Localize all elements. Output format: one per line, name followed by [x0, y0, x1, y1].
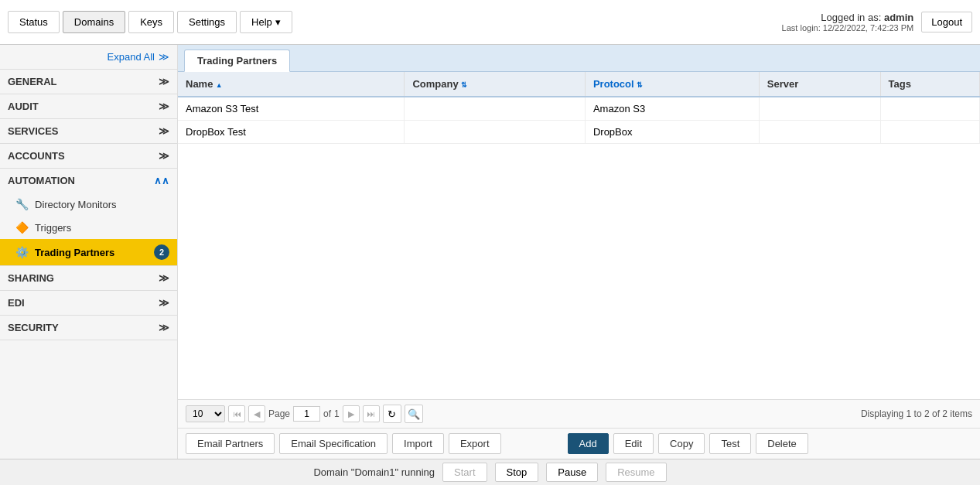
sort-both-icon-company: ⇅	[461, 81, 467, 89]
user-info: Logged in as: admin Last login: 12/22/20…	[782, 12, 972, 32]
sort-asc-icon: ▲	[216, 81, 223, 89]
status-bar: Domain "Domain1" running Start Stop Paus…	[0, 459, 980, 485]
email-specification-button[interactable]: Email Specification	[279, 433, 388, 454]
trading-partners-table: Name ▲ Company ⇅ Protocol ⇅ Server	[178, 72, 980, 144]
cell-protocol-2: DropBox	[585, 121, 759, 144]
last-page-button[interactable]: ⏭	[363, 405, 380, 422]
sidebar-section-automation: AUTOMATION ∧∧ 🔧 Directory Monitors 🔶 Tri…	[0, 169, 177, 266]
admin-info: Logged in as: admin Last login: 12/22/20…	[782, 12, 914, 32]
admin-name: admin	[884, 12, 913, 23]
col-server: Server	[759, 72, 880, 97]
add-button[interactable]: Add	[568, 433, 609, 454]
copy-button[interactable]: Copy	[658, 433, 705, 454]
sidebar-section-accounts: ACCOUNTS ≫	[0, 144, 177, 169]
chevron-icon-accounts: ≫	[159, 150, 169, 162]
resume-button[interactable]: Resume	[606, 463, 666, 482]
sidebar-section-edi: EDI ≫	[0, 291, 177, 316]
cell-tags-2	[880, 121, 980, 144]
sidebar-item-directory-monitors[interactable]: 🔧 Directory Monitors	[0, 193, 177, 216]
edit-button[interactable]: Edit	[613, 433, 654, 454]
page-label: Page	[268, 408, 290, 419]
sidebar-header-accounts[interactable]: ACCOUNTS ≫	[0, 144, 177, 168]
table-area: Name ▲ Company ⇅ Protocol ⇅ Server	[178, 72, 980, 399]
triggers-icon: 🔶	[15, 221, 29, 234]
sort-both-icon-protocol: ⇅	[637, 81, 643, 89]
table-row[interactable]: Amazon S3 Test Amazon S3	[178, 97, 980, 121]
nav-keys[interactable]: Keys	[128, 11, 174, 33]
import-button[interactable]: Import	[392, 433, 444, 454]
tab-bar: Trading Partners	[178, 45, 980, 72]
first-page-button[interactable]: ⏮	[228, 405, 245, 422]
zoom-button[interactable]: 🔍	[405, 405, 423, 423]
col-company[interactable]: Company ⇅	[405, 72, 585, 97]
sidebar-header-sharing[interactable]: SHARING ≫	[0, 266, 177, 290]
cell-server-1	[759, 97, 880, 121]
cell-protocol-1: Amazon S3	[585, 97, 759, 121]
pause-button[interactable]: Pause	[546, 463, 598, 482]
prev-page-button[interactable]: ◀	[248, 405, 265, 422]
stop-button[interactable]: Stop	[495, 463, 539, 482]
chevron-icon-automation: ∧∧	[154, 175, 169, 186]
sidebar-section-audit: AUDIT ≫	[0, 94, 177, 119]
table-header: Name ▲ Company ⇅ Protocol ⇅ Server	[178, 72, 980, 97]
expand-all-row[interactable]: Expand All ≫	[0, 45, 177, 70]
per-page-select[interactable]: 10 25 50 100	[186, 405, 225, 422]
directory-monitors-icon: 🔧	[15, 198, 29, 210]
chevron-icon-audit: ≫	[159, 101, 169, 112]
logout-button[interactable]: Logout	[921, 12, 972, 32]
sidebar-header-edi[interactable]: EDI ≫	[0, 291, 177, 315]
last-login: Last login: 12/22/2022, 7:42:23 PM	[782, 23, 914, 32]
pagination-row: 10 25 50 100 ⏮ ◀ Page of 1 ▶ ⏭ ↻ 🔍 Displ…	[178, 399, 980, 428]
tab-trading-partners[interactable]: Trading Partners	[184, 50, 290, 72]
cell-name-2: DropBox Test	[178, 121, 405, 144]
sidebar-header-general[interactable]: GENERAL ≫	[0, 70, 177, 94]
domain-status-text: Domain "Domain1" running	[313, 466, 435, 478]
top-nav: Status Domains Keys Settings Help ▾ Logg…	[0, 0, 980, 45]
cell-company-1	[405, 97, 585, 121]
nav-help[interactable]: Help ▾	[240, 11, 292, 33]
cell-company-2	[405, 121, 585, 144]
sidebar-header-automation[interactable]: AUTOMATION ∧∧	[0, 169, 177, 193]
refresh-button[interactable]: ↻	[383, 405, 401, 423]
action-row: Email Partners Email Specification Impor…	[178, 428, 980, 459]
trading-partners-icon: ⚙️	[15, 246, 29, 258]
sidebar-header-audit[interactable]: AUDIT ≫	[0, 94, 177, 118]
help-chevron-icon: ▾	[275, 16, 281, 28]
email-partners-button[interactable]: Email Partners	[186, 433, 275, 454]
expand-all-label: Expand All	[108, 51, 155, 63]
table-body: Amazon S3 Test Amazon S3 DropBox Test Dr…	[178, 97, 980, 144]
displaying-text: Displaying 1 to 2 of 2 items	[861, 408, 972, 419]
nav-domains[interactable]: Domains	[63, 11, 125, 33]
col-name[interactable]: Name ▲	[178, 72, 405, 97]
chevron-icon-edi: ≫	[159, 297, 169, 309]
cell-tags-1	[880, 97, 980, 121]
nav-status[interactable]: Status	[8, 11, 60, 33]
sidebar-item-trading-partners[interactable]: ⚙️ Trading Partners 2	[0, 239, 177, 265]
content-area: Trading Partners Name ▲ Company ⇅	[178, 45, 980, 459]
delete-button[interactable]: Delete	[756, 433, 808, 454]
start-button[interactable]: Start	[442, 463, 487, 482]
main-container: Expand All ≫ GENERAL ≫ AUDIT ≫ SERVICES …	[0, 45, 980, 459]
sidebar-header-security[interactable]: SECURITY ≫	[0, 316, 177, 340]
current-page-input[interactable]	[293, 406, 320, 422]
expand-all-icon: ≫	[159, 51, 169, 63]
sidebar-header-services[interactable]: SERVICES ≫	[0, 119, 177, 143]
table-row[interactable]: DropBox Test DropBox	[178, 121, 980, 144]
col-protocol[interactable]: Protocol ⇅	[585, 72, 759, 97]
of-label: of	[323, 408, 331, 419]
sidebar-item-triggers[interactable]: 🔶 Triggers	[0, 216, 177, 239]
sidebar-section-security: SECURITY ≫	[0, 316, 177, 340]
chevron-icon-sharing: ≫	[159, 272, 169, 284]
sidebar-section-sharing: SHARING ≫	[0, 266, 177, 291]
col-tags: Tags	[880, 72, 980, 97]
export-button[interactable]: Export	[449, 433, 501, 454]
test-button[interactable]: Test	[709, 433, 751, 454]
chevron-icon-general: ≫	[159, 76, 169, 87]
chevron-icon-services: ≫	[159, 125, 169, 137]
total-pages: 1	[334, 408, 340, 419]
sidebar-section-services: SERVICES ≫	[0, 119, 177, 144]
next-page-button[interactable]: ▶	[343, 405, 360, 422]
chevron-icon-security: ≫	[159, 322, 169, 333]
nav-settings[interactable]: Settings	[177, 11, 237, 33]
sidebar-section-general: GENERAL ≫	[0, 70, 177, 94]
